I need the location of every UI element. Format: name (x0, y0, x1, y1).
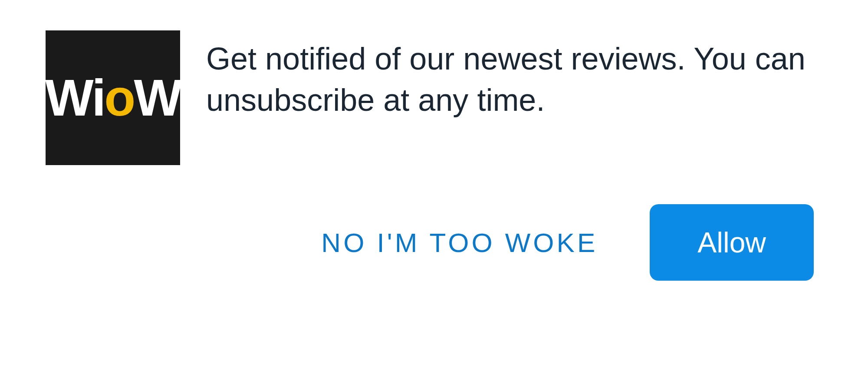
logo-letter-i: i (92, 72, 105, 123)
logo-letter-o: o (104, 72, 134, 123)
logo-text: WioW (45, 72, 181, 123)
logo-letter-w: W (45, 72, 92, 123)
deny-button[interactable]: NO I'M TOO WOKE (321, 227, 598, 258)
site-logo: WioW (46, 30, 180, 165)
prompt-header-row: WioW Get notified of our newest reviews.… (46, 30, 822, 165)
logo-letter-w2: W (134, 72, 180, 123)
prompt-actions: NO I'M TOO WOKE Allow (46, 204, 822, 281)
prompt-message: Get notified of our newest reviews. You … (206, 30, 822, 121)
notification-permission-prompt: WioW Get notified of our newest reviews.… (46, 30, 822, 281)
allow-button[interactable]: Allow (650, 204, 814, 281)
